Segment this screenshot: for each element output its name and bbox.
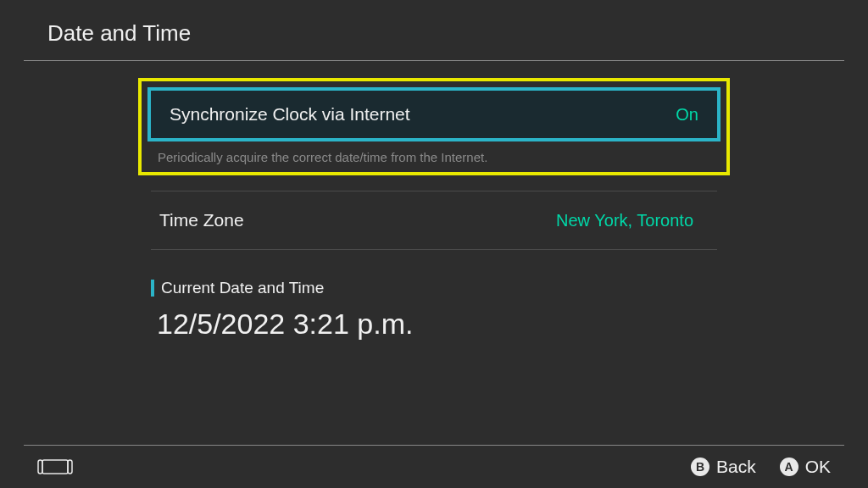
current-datetime-header: Current Date and Time [151,279,717,297]
highlight-annotation: Synchronize Clock via Internet On Period… [138,78,730,175]
footer-buttons: B Back A OK [691,457,831,477]
back-button-hint[interactable]: B Back [691,457,756,477]
svg-rect-0 [42,460,68,474]
header: Date and Time [0,0,868,60]
sync-clock-description: Periodically acquire the correct date/ti… [147,141,721,166]
sync-clock-value: On [676,105,698,125]
section-marker [151,280,154,297]
a-button-icon: A [780,458,798,476]
timezone-value: New York, Toronto [556,211,693,230]
back-label: Back [716,457,756,477]
sync-clock-row[interactable]: Synchronize Clock via Internet On [147,87,721,141]
controller-icon [37,458,73,475]
row-divider [151,249,717,250]
sync-clock-label: Synchronize Clock via Internet [170,104,410,125]
svg-rect-1 [38,460,42,474]
footer: B Back A OK [0,446,868,488]
current-datetime-label: Current Date and Time [161,279,324,297]
timezone-label: Time Zone [159,210,244,230]
page-title: Date and Time [47,20,868,47]
timezone-row[interactable]: Time Zone New York, Toronto [151,191,717,249]
settings-content: Synchronize Clock via Internet On Period… [0,61,868,341]
ok-button-hint[interactable]: A OK [780,457,831,477]
svg-rect-2 [68,460,72,474]
b-button-icon: B [691,458,709,476]
ok-label: OK [805,457,831,477]
current-datetime-value: 12/5/2022 3:21 p.m. [157,308,717,341]
